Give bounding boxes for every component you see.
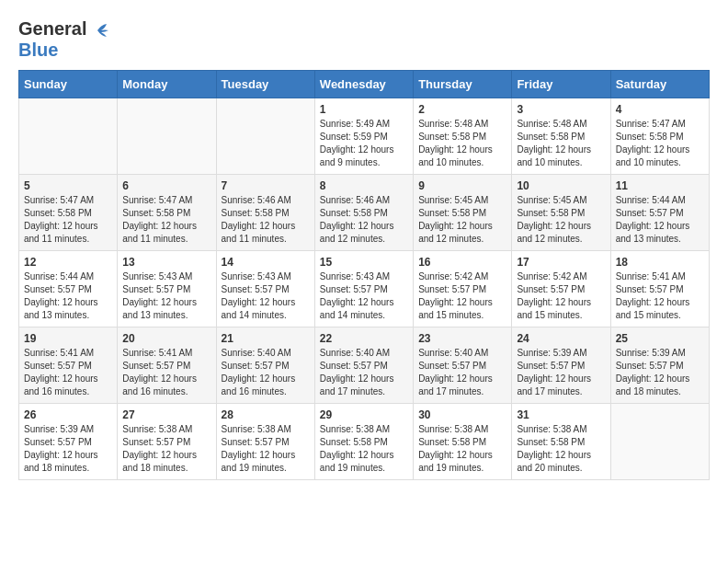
day-info: Sunrise: 5:46 AM Sunset: 5:58 PM Dayligh… [222, 194, 310, 246]
column-header-tuesday: Tuesday [216, 71, 314, 98]
day-info: Sunrise: 5:41 AM Sunset: 5:57 PM Dayligh… [122, 347, 210, 398]
calendar-cell: 14Sunrise: 5:43 AM Sunset: 5:57 PM Dayli… [216, 251, 314, 327]
day-number: 9 [418, 179, 506, 192]
day-info: Sunrise: 5:39 AM Sunset: 5:57 PM Dayligh… [517, 347, 605, 398]
day-info: Sunrise: 5:41 AM Sunset: 5:57 PM Dayligh… [616, 270, 704, 322]
calendar-cell: 31Sunrise: 5:38 AM Sunset: 5:58 PM Dayli… [512, 404, 610, 480]
day-info: Sunrise: 5:38 AM Sunset: 5:58 PM Dayligh… [418, 423, 506, 475]
calendar-body: 1Sunrise: 5:49 AM Sunset: 5:59 PM Daylig… [19, 98, 710, 480]
calendar-cell [118, 98, 216, 175]
day-info: Sunrise: 5:46 AM Sunset: 5:58 PM Dayligh… [320, 194, 408, 246]
calendar-cell: 25Sunrise: 5:39 AM Sunset: 5:57 PM Dayli… [610, 327, 709, 404]
day-number: 26 [24, 408, 112, 421]
logo: General Blue [18, 18, 108, 61]
day-number: 4 [616, 103, 704, 116]
calendar-cell: 30Sunrise: 5:38 AM Sunset: 5:58 PM Dayli… [414, 404, 512, 480]
day-info: Sunrise: 5:44 AM Sunset: 5:57 PM Dayligh… [616, 194, 704, 246]
day-number: 10 [517, 179, 605, 192]
day-info: Sunrise: 5:48 AM Sunset: 5:58 PM Dayligh… [418, 118, 506, 169]
logo-general-text: General [18, 18, 86, 40]
day-number: 17 [517, 256, 605, 269]
column-header-wednesday: Wednesday [314, 71, 413, 98]
day-info: Sunrise: 5:40 AM Sunset: 5:57 PM Dayligh… [418, 347, 506, 398]
day-number: 23 [418, 332, 506, 345]
day-number: 24 [517, 332, 605, 345]
day-info: Sunrise: 5:40 AM Sunset: 5:57 PM Dayligh… [320, 347, 408, 398]
day-number: 29 [320, 408, 408, 421]
day-info: Sunrise: 5:45 AM Sunset: 5:58 PM Dayligh… [517, 194, 605, 246]
logo-blue-text: Blue [18, 40, 58, 60]
calendar-cell: 15Sunrise: 5:43 AM Sunset: 5:57 PM Dayli… [314, 251, 413, 327]
column-header-sunday: Sunday [19, 71, 118, 98]
calendar-cell: 19Sunrise: 5:41 AM Sunset: 5:57 PM Dayli… [19, 327, 118, 404]
calendar-cell: 2Sunrise: 5:48 AM Sunset: 5:58 PM Daylig… [414, 98, 512, 175]
calendar-cell: 6Sunrise: 5:47 AM Sunset: 5:58 PM Daylig… [118, 175, 216, 251]
day-info: Sunrise: 5:43 AM Sunset: 5:57 PM Dayligh… [222, 270, 310, 322]
day-number: 14 [222, 256, 310, 269]
calendar-cell: 13Sunrise: 5:43 AM Sunset: 5:57 PM Dayli… [118, 251, 216, 327]
day-info: Sunrise: 5:47 AM Sunset: 5:58 PM Dayligh… [616, 118, 704, 169]
day-number: 5 [24, 179, 112, 192]
day-info: Sunrise: 5:43 AM Sunset: 5:57 PM Dayligh… [320, 270, 408, 322]
day-number: 3 [517, 103, 605, 116]
calendar-cell: 4Sunrise: 5:47 AM Sunset: 5:58 PM Daylig… [610, 98, 709, 175]
day-info: Sunrise: 5:39 AM Sunset: 5:57 PM Dayligh… [24, 423, 112, 475]
day-info: Sunrise: 5:38 AM Sunset: 5:57 PM Dayligh… [122, 423, 210, 475]
day-number: 12 [24, 256, 112, 269]
day-number: 27 [122, 408, 210, 421]
calendar-cell: 22Sunrise: 5:40 AM Sunset: 5:57 PM Dayli… [314, 327, 413, 404]
calendar-cell [216, 98, 314, 175]
day-info: Sunrise: 5:38 AM Sunset: 5:57 PM Dayligh… [222, 423, 310, 475]
day-number: 11 [616, 179, 704, 192]
calendar-cell [19, 98, 118, 175]
day-number: 15 [320, 256, 408, 269]
calendar-week-row: 5Sunrise: 5:47 AM Sunset: 5:58 PM Daylig… [19, 175, 710, 251]
calendar-cell [610, 404, 709, 480]
calendar-cell: 29Sunrise: 5:38 AM Sunset: 5:58 PM Dayli… [314, 404, 413, 480]
calendar-cell: 23Sunrise: 5:40 AM Sunset: 5:57 PM Dayli… [414, 327, 512, 404]
day-number: 8 [320, 179, 408, 192]
day-info: Sunrise: 5:42 AM Sunset: 5:57 PM Dayligh… [418, 270, 506, 322]
calendar-week-row: 19Sunrise: 5:41 AM Sunset: 5:57 PM Dayli… [19, 327, 710, 404]
calendar-cell: 8Sunrise: 5:46 AM Sunset: 5:58 PM Daylig… [314, 175, 413, 251]
day-info: Sunrise: 5:48 AM Sunset: 5:58 PM Dayligh… [517, 118, 605, 169]
calendar-cell: 27Sunrise: 5:38 AM Sunset: 5:57 PM Dayli… [118, 404, 216, 480]
calendar-cell: 5Sunrise: 5:47 AM Sunset: 5:58 PM Daylig… [19, 175, 118, 251]
day-info: Sunrise: 5:43 AM Sunset: 5:57 PM Dayligh… [122, 270, 210, 322]
logo-bird-icon [88, 23, 108, 38]
day-number: 22 [320, 332, 408, 345]
day-number: 20 [122, 332, 210, 345]
day-number: 19 [24, 332, 112, 345]
calendar-cell: 20Sunrise: 5:41 AM Sunset: 5:57 PM Dayli… [118, 327, 216, 404]
day-number: 2 [418, 103, 506, 116]
day-number: 31 [517, 408, 605, 421]
calendar-cell: 7Sunrise: 5:46 AM Sunset: 5:58 PM Daylig… [216, 175, 314, 251]
day-info: Sunrise: 5:38 AM Sunset: 5:58 PM Dayligh… [320, 423, 408, 475]
calendar-header-row: SundayMondayTuesdayWednesdayThursdayFrid… [19, 71, 710, 98]
day-number: 13 [122, 256, 210, 269]
calendar-cell: 1Sunrise: 5:49 AM Sunset: 5:59 PM Daylig… [314, 98, 413, 175]
calendar-cell: 28Sunrise: 5:38 AM Sunset: 5:57 PM Dayli… [216, 404, 314, 480]
calendar-cell: 12Sunrise: 5:44 AM Sunset: 5:57 PM Dayli… [19, 251, 118, 327]
column-header-saturday: Saturday [610, 71, 709, 98]
calendar-cell: 18Sunrise: 5:41 AM Sunset: 5:57 PM Dayli… [610, 251, 709, 327]
day-number: 6 [122, 179, 210, 192]
day-number: 30 [418, 408, 506, 421]
calendar-cell: 21Sunrise: 5:40 AM Sunset: 5:57 PM Dayli… [216, 327, 314, 404]
calendar-table: SundayMondayTuesdayWednesdayThursdayFrid… [18, 70, 710, 480]
column-header-monday: Monday [118, 71, 216, 98]
day-info: Sunrise: 5:47 AM Sunset: 5:58 PM Dayligh… [122, 194, 210, 246]
day-number: 1 [320, 103, 408, 116]
column-header-thursday: Thursday [414, 71, 512, 98]
calendar-cell: 24Sunrise: 5:39 AM Sunset: 5:57 PM Dayli… [512, 327, 610, 404]
calendar-cell: 3Sunrise: 5:48 AM Sunset: 5:58 PM Daylig… [512, 98, 610, 175]
calendar-cell: 16Sunrise: 5:42 AM Sunset: 5:57 PM Dayli… [414, 251, 512, 327]
calendar-cell: 9Sunrise: 5:45 AM Sunset: 5:58 PM Daylig… [414, 175, 512, 251]
day-info: Sunrise: 5:44 AM Sunset: 5:57 PM Dayligh… [24, 270, 112, 322]
calendar-week-row: 1Sunrise: 5:49 AM Sunset: 5:59 PM Daylig… [19, 98, 710, 175]
day-number: 28 [222, 408, 310, 421]
day-number: 7 [222, 179, 310, 192]
day-info: Sunrise: 5:49 AM Sunset: 5:59 PM Dayligh… [320, 118, 408, 169]
calendar-cell: 11Sunrise: 5:44 AM Sunset: 5:57 PM Dayli… [610, 175, 709, 251]
day-info: Sunrise: 5:38 AM Sunset: 5:58 PM Dayligh… [517, 423, 605, 475]
